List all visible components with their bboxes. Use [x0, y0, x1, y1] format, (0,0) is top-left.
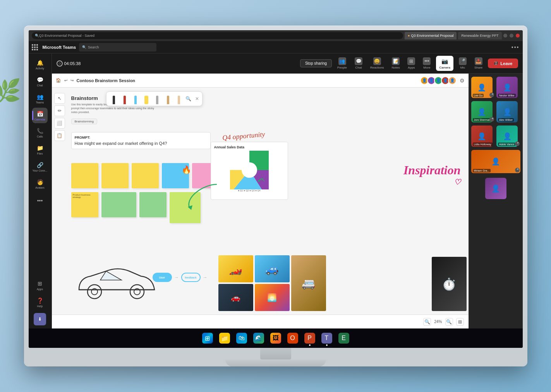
zoom-fit-button[interactable]: ⊞: [456, 318, 464, 326]
note-tool[interactable]: 📋: [54, 130, 65, 141]
edge-icon: 🌊: [253, 333, 264, 344]
zoom-out-button[interactable]: 🔍: [423, 318, 431, 326]
teams-app-title: Microsoft Teams: [43, 45, 76, 50]
title-bar-more[interactable]: •••: [512, 44, 520, 50]
chat-icon: 💬: [36, 76, 43, 83]
pen-beige[interactable]: [175, 93, 183, 104]
search-wb-icon[interactable]: 🔍: [185, 96, 191, 101]
wb-active-avatars: 👤 👤 👤 👤 👤: [422, 76, 457, 85]
pen-toolbar-close[interactable]: ✕: [195, 96, 199, 101]
sidebar-item-avatars[interactable]: 🧑 Avatars: [32, 176, 48, 191]
maximize-btn[interactable]: [510, 34, 513, 38]
sidebar-item-help[interactable]: ❓ Help: [32, 294, 48, 310]
download-button[interactable]: ⬇: [34, 313, 46, 325]
sidebar-item-calendar[interactable]: 📅 Calendar: [32, 108, 48, 123]
teams-icon: 👥: [36, 93, 43, 100]
teams-search-bar[interactable]: 🔍 Search: [79, 43, 156, 52]
svg-point-7: [88, 285, 101, 299]
pen-blue[interactable]: [131, 93, 140, 104]
brainstorming-button[interactable]: Brainstorming: [71, 119, 97, 124]
taskbar-excel[interactable]: E: [337, 331, 351, 345]
participant-nestor: 👤 Nestor Wilke: [496, 77, 520, 98]
prompt-box: PROMPT: How might we expand our market o…: [71, 132, 211, 149]
flow-node-user: User: [153, 273, 172, 282]
files-icon: 📁: [36, 144, 43, 151]
powerpoint-icon: P: [304, 333, 315, 344]
meeting-timer: ◷ 04:05:38: [57, 60, 81, 67]
sidebar-item-activity[interactable]: 🔔 Activity: [32, 57, 48, 72]
flow-arrow-1: →: [174, 275, 179, 280]
notes-icon: 📝: [392, 57, 400, 65]
taskbar-powerpoint[interactable]: P: [303, 331, 317, 345]
waffle-dot: [32, 49, 33, 50]
pen-tan[interactable]: [164, 93, 172, 104]
browser-bar: 🔍 Q3 Environmental Proposal - Saved ● Q3…: [29, 30, 523, 41]
search-placeholder: Search: [88, 45, 99, 49]
wb-undo-icon[interactable]: ↩: [64, 78, 67, 83]
lee-gu-name: Lee Gu: [473, 94, 484, 97]
sidebar-item-chat[interactable]: 💬 Chat: [32, 74, 48, 89]
file-explorer-icon: 📁: [219, 333, 230, 344]
help-icon: ❓: [36, 297, 43, 304]
toolbar-share[interactable]: 📤 Share: [472, 56, 485, 71]
toolbar-mic[interactable]: 🎤 Mic: [457, 56, 469, 71]
wb-settings-icon[interactable]: ⚙: [460, 77, 465, 84]
reactions-icon: 😀: [373, 57, 381, 65]
stop-sharing-button[interactable]: Stop sharing: [300, 59, 332, 67]
cursor-tool[interactable]: ↖: [54, 93, 65, 104]
miriam-name: Miriam Gra...: [473, 169, 491, 172]
last-avatar: 👤: [485, 178, 506, 199]
toolbar-more[interactable]: ••• More: [421, 56, 433, 71]
apps-toolbar-icon: ⊞: [407, 57, 415, 65]
zoom-in-button[interactable]: 🔍: [445, 318, 453, 326]
browser-tab-inactive[interactable]: Renewable Energy PPT: [458, 32, 501, 40]
sidebar-item-teams[interactable]: 👥 Teams: [32, 91, 48, 106]
timer-text: 04:05:38: [64, 61, 81, 66]
toolbar-chat[interactable]: 💬 Chat: [352, 56, 365, 71]
minimize-btn[interactable]: [503, 34, 507, 38]
sidebar-item-calls[interactable]: 📞 Calls: [32, 125, 48, 140]
sidebar-item-more[interactable]: •••: [32, 193, 48, 208]
pen-gray[interactable]: [153, 93, 161, 104]
leave-button[interactable]: 📵 Leave: [488, 58, 518, 68]
shape-tool[interactable]: ⬜: [54, 118, 65, 129]
taskbar-teams[interactable]: T: [320, 331, 334, 345]
camera-icon: 📷: [441, 57, 449, 65]
taskbar-windows-start[interactable]: ⊞: [201, 331, 215, 345]
sidebar-item-apps[interactable]: ⊞ Apps: [32, 277, 48, 293]
participant-row-bottom: 👤: [471, 178, 520, 199]
sticky-note-2: [101, 163, 129, 188]
pen-yellow[interactable]: [142, 93, 151, 104]
taskbar-store[interactable]: 🛍: [235, 331, 249, 345]
pen-black[interactable]: [110, 93, 118, 104]
toolbar-camera[interactable]: 📷 Camera: [436, 56, 453, 71]
teams-body: 🔔 Activity 💬 Chat 👥 Teams: [29, 53, 523, 328]
close-btn[interactable]: [516, 34, 520, 38]
pen-tool[interactable]: ✏: [54, 105, 65, 116]
taskbar-edge[interactable]: 🌊: [252, 331, 266, 345]
calls-icon: 📞: [36, 127, 43, 134]
wb-avatar-5: 👤: [448, 76, 457, 85]
taskbar-office[interactable]: O: [286, 331, 300, 345]
pen-toolbar-float: 🔍 ✕: [106, 91, 203, 106]
browser-search[interactable]: 🔍 Q3 Environmental Proposal - Saved: [32, 32, 403, 39]
toolbar-reactions[interactable]: 😀 Reactions: [368, 56, 386, 71]
toolbar-apps[interactable]: ⊞ Apps: [405, 56, 417, 71]
wb-home-icon[interactable]: 🏠: [56, 78, 61, 83]
photo-woody-car: 🚐: [291, 255, 326, 311]
pen-red[interactable]: [120, 93, 129, 104]
prompt-text: How might we expand our market offering …: [75, 141, 207, 146]
waffle-menu[interactable]: [32, 44, 38, 50]
browser-tab-active[interactable]: ● Q3 Environmental Proposal: [405, 32, 457, 40]
taskbar-photos[interactable]: 🖼: [269, 331, 283, 345]
waffle-dot: [32, 46, 33, 48]
toolbar-people[interactable]: 👥 People: [335, 56, 349, 71]
sidebar-item-files[interactable]: 📁 Files: [32, 142, 48, 157]
sticky-note-6: Product businessstrategy: [71, 192, 98, 217]
sidebar-item-connections[interactable]: 🔗 Your Conn...: [32, 159, 48, 174]
toolbar-notes[interactable]: 📝 Notes: [390, 56, 402, 71]
flame-emoji: 🔥: [182, 165, 191, 174]
wb-redo-icon[interactable]: ↪: [70, 78, 74, 83]
whiteboard-main[interactable]: 🏠 ↩ ↪ Contoso Brainstorm Session 👤 👤: [52, 74, 469, 328]
taskbar-file-explorer[interactable]: 📁: [218, 331, 232, 345]
